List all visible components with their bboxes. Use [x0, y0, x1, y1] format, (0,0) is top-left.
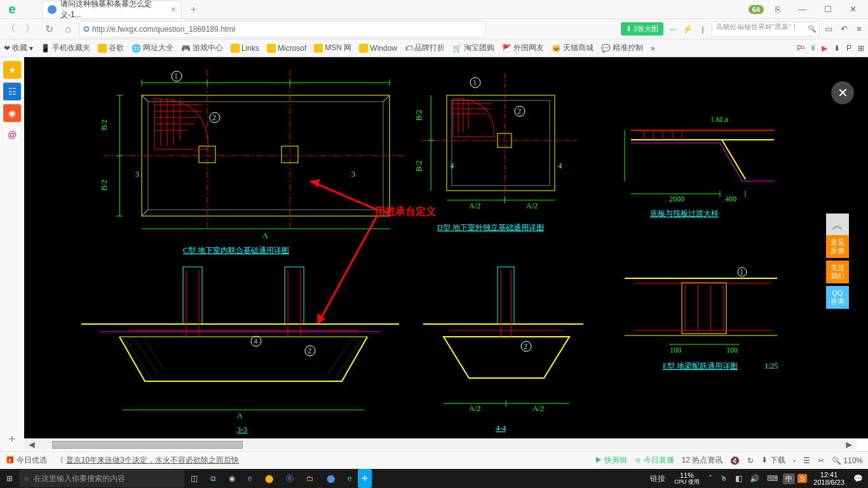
taskbar-app-icon[interactable]: ◉ — [222, 469, 241, 488]
today-select[interactable]: 🎁 今日优选 — [5, 455, 47, 466]
tray-link[interactable]: 链接 — [648, 473, 668, 484]
undo-icon[interactable]: ↶ — [837, 23, 850, 36]
sidebar-favorite-icon[interactable]: ★ — [3, 61, 21, 79]
pip-icon[interactable]: ▫ — [793, 456, 796, 465]
bookmark-item[interactable]: 谷歌 — [98, 43, 124, 53]
window-feedback-icon[interactable]: ⎘ — [769, 2, 787, 17]
window-close-icon[interactable]: ✕ — [843, 2, 863, 17]
tray-chevron-icon[interactable]: ˄ — [706, 474, 715, 483]
window-minimize-icon[interactable]: — — [792, 2, 813, 17]
ext-icon[interactable]: Ρ² — [797, 44, 804, 53]
tray-notifications-icon[interactable]: 💬 — [851, 474, 865, 483]
bookmark-item[interactable]: 🎮 游戏中心 — [181, 43, 223, 53]
bookmark-item[interactable]: Window — [359, 44, 397, 53]
sidebar-news-icon[interactable]: ☷ — [3, 83, 21, 100]
tray-ime[interactable]: 中 — [783, 473, 795, 484]
cad-drawing-viewport[interactable]: 1 2 B/2 B/2 A 3 3 C型 地下室内联合基础通用详图 B/2 B/… — [24, 57, 868, 438]
search-icon[interactable]: 🔍 — [808, 25, 817, 33]
bookmark-item[interactable]: 🌐 网址大全 — [132, 43, 173, 53]
cad-e-title: E型 地梁配筋通用详图 — [663, 362, 738, 370]
scroll-to-top-button[interactable]: ︽ — [826, 214, 849, 236]
ext-icon[interactable]: ¥ — [811, 44, 815, 53]
taskbar-app-icon[interactable]: ⬤ — [259, 469, 280, 488]
tray-volume-icon[interactable]: 🔊 — [747, 474, 762, 483]
tray-battery-icon[interactable]: 🖰 — [717, 474, 730, 483]
bookmark-item[interactable]: 🐱 天猫商城 — [552, 43, 593, 53]
browser-tab[interactable]: 请问这种独基和条基怎么定义-1... × — [42, 1, 182, 18]
capture-icon[interactable]: ✂ — [818, 456, 824, 465]
nav-reload-icon[interactable]: ↻ — [41, 21, 57, 37]
bookmark-item[interactable]: 💬 精准控制 — [601, 43, 643, 53]
menu-icon[interactable]: ≡ — [853, 23, 865, 36]
window-maximize-icon[interactable]: ☐ — [818, 2, 838, 17]
taskbar-edge-icon[interactable]: e — [241, 469, 259, 488]
download-button[interactable]: ⬇ 下载 — [761, 455, 785, 466]
taskbar-app-icon[interactable]: ✚ — [358, 469, 372, 488]
url-input[interactable]: ✪ http://e.fwxgx.com/question_1869189.ht… — [79, 21, 485, 37]
sidebar-add-icon[interactable]: + — [9, 433, 16, 446]
tray-keyboard-icon[interactable]: ⌨ — [764, 474, 780, 483]
image-count-pill[interactable]: ⬇ 3张大图 — [621, 22, 663, 36]
new-tab-button[interactable]: + — [187, 3, 200, 17]
svg-text:1: 1 — [174, 72, 178, 81]
taskbar-app-icon[interactable]: ⧉ — [204, 469, 222, 488]
horizontal-scrollbar[interactable]: ◄ ► — [24, 440, 857, 450]
bookmark-item[interactable]: 🛒 淘宝团购 — [452, 43, 494, 53]
tray-sogou-icon[interactable]: S — [797, 474, 807, 483]
nav-forward-icon[interactable]: 〉 — [22, 21, 38, 37]
bookmark-item[interactable]: Links — [231, 44, 259, 53]
nav-home-icon[interactable]: ⌂ — [60, 21, 76, 37]
bookmark-item[interactable]: 🏷 品牌打折 — [405, 43, 445, 53]
extension-badge[interactable]: 64 — [749, 5, 764, 14]
svg-text:2000: 2000 — [669, 194, 684, 203]
cortana-icon: ○ — [24, 474, 29, 483]
tray-network-icon[interactable]: ◧ — [733, 474, 745, 483]
speed-icon[interactable]: ⚡ — [681, 23, 694, 36]
floating-buttons: 意见 反馈 关注 我们 QQ 咨询 — [826, 235, 849, 309]
svg-text:400: 400 — [725, 194, 736, 203]
clip-button[interactable]: ▶ 快剪辑 — [595, 455, 627, 466]
follow-us-button[interactable]: 关注 我们 — [826, 261, 849, 283]
scrollbar-thumb[interactable] — [52, 441, 243, 449]
ext-icon[interactable]: ⬇ — [834, 44, 840, 53]
ext-icon[interactable]: Ρ — [846, 44, 851, 53]
search-input[interactable]: 高晓松揭秘世界杯"黑幕"！ 🔍 — [712, 22, 820, 37]
bookmark-more-icon[interactable]: » — [651, 44, 655, 53]
qq-consult-button[interactable]: QQ 咨询 — [826, 286, 849, 309]
sidebar-icon[interactable]: ☰ — [803, 456, 810, 465]
window-titlebar: e 请问这种独基和条基怎么定义-1... × + 64 ⎘ — ☐ ✕ — [0, 0, 868, 19]
start-button[interactable]: ⊞ — [0, 469, 19, 488]
tray-cpu[interactable]: 11%CPU 使用 — [670, 471, 703, 485]
live-button[interactable]: ⊙ 今日直播 — [635, 455, 674, 466]
svg-text:A: A — [262, 231, 268, 240]
taskbar-app-icon[interactable]: ⬤ — [320, 469, 341, 488]
news-ticker[interactable]: 《 普京10年来连做3个决定，水火不容必欲除之而后快 — [56, 455, 238, 466]
bookmark-fav[interactable]: ❤ 收藏 ▾ — [4, 43, 33, 53]
zoom-indicator[interactable]: 🔍 110% — [832, 456, 863, 465]
taskbar-search-input[interactable]: ○ 在这里输入你要搜索的内容 — [19, 470, 184, 487]
browser-logo-icon[interactable]: e — [0, 0, 24, 19]
tab-close-icon[interactable]: × — [171, 4, 176, 15]
share-icon[interactable]: ↔ — [666, 23, 679, 36]
ext-icon[interactable]: ▶ — [822, 44, 827, 53]
bookmark-mobile[interactable]: 📱 手机收藏夹 — [41, 43, 90, 53]
reader-mode-icon[interactable]: ▭ — [822, 23, 835, 36]
bookmark-item[interactable]: 🚩 外国网友 — [502, 43, 544, 53]
bookmark-item[interactable]: MSN 网 — [314, 43, 351, 53]
mute-icon[interactable]: 🔇 — [730, 456, 740, 465]
image-overlay-close-icon[interactable]: ✕ — [831, 81, 854, 104]
nav-back-icon[interactable]: 〈 — [3, 21, 19, 37]
cad-d-plan: B/2 B/2 A/2 A/2 1 2 4 4 — [414, 73, 577, 210]
hot-news-button[interactable]: 12 热点资讯 — [682, 455, 723, 466]
task-view-icon[interactable]: ◫ — [184, 469, 204, 488]
sidebar-at-icon[interactable]: @ — [3, 126, 21, 144]
bookmark-item[interactable]: Microsof — [267, 44, 306, 53]
sidebar-weibo-icon[interactable]: ◉ — [3, 104, 21, 122]
ext-icon[interactable]: ⊞ — [858, 44, 864, 53]
restore-icon[interactable]: ↻ — [747, 456, 754, 465]
taskbar-ie-icon[interactable]: ⓔ — [280, 469, 300, 488]
feedback-button[interactable]: 意见 反馈 — [826, 235, 849, 258]
taskbar-explorer-icon[interactable]: 🗀 — [300, 469, 320, 488]
tray-clock[interactable]: 12:412018/6/23 — [810, 471, 848, 486]
taskbar-360-icon[interactable]: e — [341, 469, 358, 488]
